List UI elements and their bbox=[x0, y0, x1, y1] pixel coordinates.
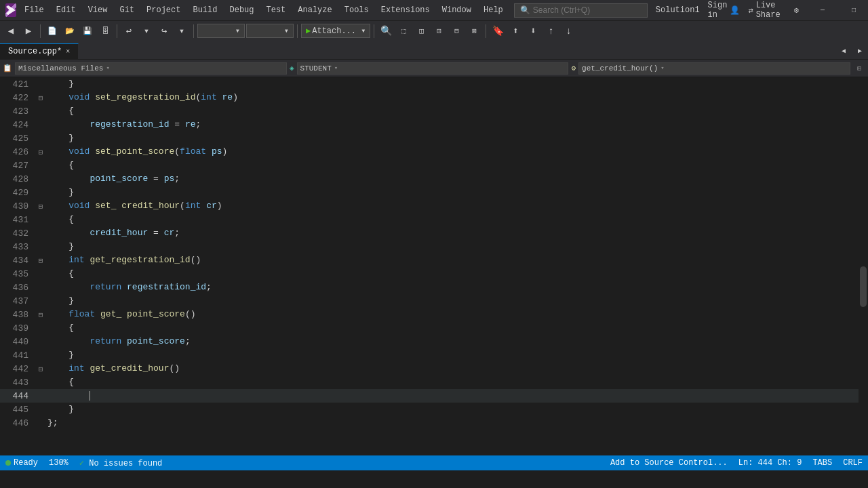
fold-col-442[interactable]: ⊟ bbox=[34, 365, 47, 373]
signin-area[interactable]: Sign in 👤 bbox=[708, 1, 741, 20]
undo-button[interactable]: ↩ bbox=[121, 23, 137, 39]
fold-col-426[interactable]: ⊟ bbox=[34, 148, 47, 157]
menu-project[interactable]: Project bbox=[141, 3, 186, 18]
nav1-button[interactable]: ⬆ bbox=[507, 23, 524, 39]
save-button[interactable]: 💾 bbox=[79, 23, 96, 39]
fold-icon-430[interactable]: ⊟ bbox=[39, 202, 43, 211]
menu-help[interactable]: Help bbox=[478, 3, 509, 18]
miscfiles-dropdown[interactable]: Miscellaneous Files ▾ bbox=[15, 62, 287, 75]
line-row-436[interactable]: 436 return regestration_id; bbox=[0, 281, 859, 294]
minimize-button[interactable]: ─ bbox=[807, 0, 838, 20]
indent-mode[interactable]: TABS bbox=[812, 458, 832, 468]
scrollbar-thumb[interactable] bbox=[860, 266, 867, 307]
menu-window[interactable]: Window bbox=[437, 3, 477, 18]
issues-label[interactable]: ✓ No issues found bbox=[79, 458, 162, 468]
menu-edit[interactable]: Edit bbox=[51, 3, 81, 18]
line-number-433: 433 bbox=[0, 242, 34, 252]
nav3-button[interactable]: ↑ bbox=[542, 23, 559, 39]
platform-dropdown[interactable]: ▾ bbox=[246, 24, 294, 38]
save-all-button[interactable]: 🗄 bbox=[97, 23, 113, 39]
menu-debug[interactable]: Debug bbox=[224, 3, 259, 18]
line-row-425[interactable]: 425 } bbox=[0, 131, 859, 145]
settings-icon[interactable]: ⚙ bbox=[789, 3, 804, 18]
live-share-button[interactable]: ⇄ Live Share bbox=[743, 1, 785, 20]
menu-analyze[interactable]: Analyze bbox=[292, 3, 337, 18]
search-toolbar-icon[interactable]: 🔍 bbox=[378, 23, 394, 39]
fold-col-438[interactable]: ⊟ bbox=[34, 310, 47, 319]
tab-scroll-left[interactable]: ◀ bbox=[835, 43, 852, 59]
menu-build[interactable]: Build bbox=[187, 3, 222, 18]
line-row-442[interactable]: 442⊟ int get_credit_hour() bbox=[0, 362, 859, 375]
line-row-432[interactable]: 432 credit_hour = cr; bbox=[0, 226, 859, 240]
open-file-button[interactable]: 📂 bbox=[62, 23, 78, 39]
line-row-435[interactable]: 435 { bbox=[0, 267, 859, 281]
tab-source-cpp[interactable]: Source.cpp* × bbox=[0, 43, 79, 59]
fold-col-422[interactable]: ⊟ bbox=[34, 94, 47, 102]
back-button[interactable]: ◀ bbox=[3, 23, 19, 39]
bookmark-button[interactable]: 🔖 bbox=[490, 23, 506, 39]
line-row-444[interactable]: 444 bbox=[0, 389, 859, 403]
cursor-position[interactable]: Ln: 444 Ch: 9 bbox=[738, 458, 802, 468]
undo-dropdown[interactable]: ▾ bbox=[138, 23, 155, 39]
config-dropdown[interactable]: ▾ bbox=[197, 24, 245, 38]
vertical-scrollbar[interactable] bbox=[859, 77, 868, 455]
fold-icon-434[interactable]: ⊟ bbox=[39, 256, 43, 265]
line-row-440[interactable]: 440 return point_score; bbox=[0, 335, 859, 348]
attach-button[interactable]: ▶ Attach... ▾ bbox=[301, 24, 370, 38]
line-row-437[interactable]: 437 } bbox=[0, 294, 859, 308]
nav-expand-button[interactable]: ⊞ bbox=[853, 60, 865, 77]
line-row-446[interactable]: 446}; bbox=[0, 416, 859, 430]
search-box[interactable]: 🔍 bbox=[514, 3, 648, 18]
signin-label[interactable]: Sign in bbox=[708, 1, 728, 20]
tab-scroll-right[interactable]: ▶ bbox=[852, 43, 868, 59]
tool2-button[interactable]: ◫ bbox=[413, 23, 429, 39]
line-row-433[interactable]: 433 } bbox=[0, 240, 859, 253]
line-row-445[interactable]: 445 } bbox=[0, 403, 859, 416]
menu-file[interactable]: File bbox=[19, 3, 50, 18]
menu-view[interactable]: View bbox=[83, 3, 113, 18]
menu-git[interactable]: Git bbox=[114, 3, 140, 18]
fold-icon-426[interactable]: ⊟ bbox=[39, 148, 43, 157]
class-dropdown[interactable]: STUDENT ▾ bbox=[297, 62, 569, 75]
line-row-427[interactable]: 427 { bbox=[0, 159, 859, 172]
line-row-428[interactable]: 428 point_score = ps; bbox=[0, 172, 859, 186]
fold-col-434[interactable]: ⊟ bbox=[34, 256, 47, 265]
add-source-control[interactable]: Add to Source Control... bbox=[610, 458, 728, 468]
fold-col-430[interactable]: ⊟ bbox=[34, 202, 47, 211]
line-row-438[interactable]: 438⊟ float get_ point_score() bbox=[0, 308, 859, 321]
tool5-button[interactable]: ⊠ bbox=[466, 23, 482, 39]
tool1-button[interactable]: ⬚ bbox=[395, 23, 412, 39]
zoom-level[interactable]: 130% bbox=[49, 458, 68, 468]
line-row-443[interactable]: 443 { bbox=[0, 375, 859, 389]
line-row-430[interactable]: 430⊟ void set_ credit_hour(int cr) bbox=[0, 199, 859, 213]
line-row-429[interactable]: 429 } bbox=[0, 186, 859, 199]
fold-icon-442[interactable]: ⊟ bbox=[39, 365, 43, 373]
new-file-button[interactable]: 📄 bbox=[44, 23, 60, 39]
tab-close-button[interactable]: × bbox=[66, 48, 70, 56]
line-row-426[interactable]: 426⊟ void set_point_score(float ps) bbox=[0, 145, 859, 159]
line-row-424[interactable]: 424 regestration_id = re; bbox=[0, 118, 859, 131]
line-row-422[interactable]: 422⊟ void set_regestration_id(int re) bbox=[0, 91, 859, 104]
line-row-439[interactable]: 439 { bbox=[0, 321, 859, 335]
tool4-button[interactable]: ⊟ bbox=[448, 23, 465, 39]
line-row-423[interactable]: 423 { bbox=[0, 104, 859, 118]
line-ending[interactable]: CRLF bbox=[843, 458, 863, 468]
line-row-434[interactable]: 434⊟ int get_regestration_id() bbox=[0, 253, 859, 267]
menu-test[interactable]: Test bbox=[261, 3, 292, 18]
line-row-431[interactable]: 431 { bbox=[0, 213, 859, 226]
nav4-button[interactable]: ↓ bbox=[560, 23, 576, 39]
menu-extensions[interactable]: Extensions bbox=[376, 3, 435, 18]
menu-tools[interactable]: Tools bbox=[339, 3, 374, 18]
redo-dropdown[interactable]: ▾ bbox=[174, 23, 190, 39]
method-dropdown[interactable]: get_credit_hour() ▾ bbox=[578, 62, 850, 75]
forward-button[interactable]: ▶ bbox=[20, 23, 37, 39]
redo-button[interactable]: ↪ bbox=[156, 23, 172, 39]
nav2-button[interactable]: ⬇ bbox=[525, 23, 541, 39]
fold-icon-438[interactable]: ⊟ bbox=[39, 310, 43, 319]
tool3-button[interactable]: ⊡ bbox=[431, 23, 447, 39]
line-row-421[interactable]: 421 } bbox=[0, 77, 859, 91]
line-row-441[interactable]: 441 } bbox=[0, 348, 859, 362]
search-input[interactable] bbox=[533, 5, 642, 15]
fold-icon-422[interactable]: ⊟ bbox=[39, 94, 43, 102]
maximize-button[interactable]: □ bbox=[838, 0, 868, 20]
